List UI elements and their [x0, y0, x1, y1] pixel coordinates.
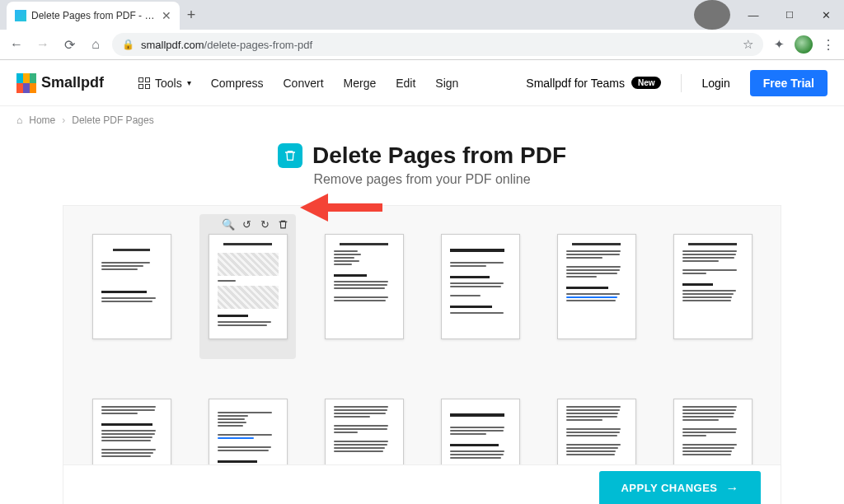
- brand-name: Smallpdf: [41, 74, 104, 91]
- page-thumb-6[interactable]: [664, 214, 761, 359]
- nav-tools-dropdown[interactable]: Tools ▾: [138, 77, 191, 90]
- lock-icon: 🔒: [122, 39, 134, 50]
- nav-teams-link[interactable]: Smallpdf for Teams New: [526, 77, 661, 90]
- page-subtitle: Remove pages from your PDF online: [0, 172, 844, 187]
- profile-avatar[interactable]: [795, 35, 813, 54]
- window-close-button[interactable]: [808, 0, 844, 30]
- brand-logo[interactable]: Smallpdf: [16, 73, 104, 93]
- divider: [681, 74, 682, 92]
- window-maximize-button[interactable]: ☐: [771, 0, 808, 30]
- window-minimize-button[interactable]: [735, 0, 771, 30]
- tab-close-icon[interactable]: ✕: [162, 9, 171, 22]
- breadcrumb-home[interactable]: Home: [29, 114, 55, 126]
- page-tools: 🔍 ↺ ↻: [222, 217, 289, 231]
- breadcrumb: ⌂ Home › Delete PDF Pages: [0, 106, 844, 134]
- breadcrumb-current: Delete PDF Pages: [72, 114, 153, 126]
- nav-merge[interactable]: Merge: [344, 77, 377, 90]
- free-trial-button[interactable]: Free Trial: [750, 70, 828, 96]
- url-path: /delete-pages-from-pdf: [204, 39, 313, 51]
- page-hero: Delete Pages from PDF Remove pages from …: [0, 134, 844, 197]
- page-thumb-5[interactable]: [548, 214, 645, 359]
- page-thumb-2[interactable]: 🔍 ↺ ↻: [199, 214, 296, 359]
- home-icon: ⌂: [16, 114, 22, 126]
- browser-forward-button[interactable]: →: [33, 35, 53, 54]
- browser-reload-button[interactable]: ⟳: [59, 35, 79, 54]
- apply-changes-button[interactable]: APPLY CHANGES →: [599, 471, 761, 505]
- apply-bar: APPLY CHANGES →: [63, 464, 781, 504]
- browser-back-button[interactable]: ←: [7, 35, 26, 54]
- workspace: 🔍 ↺ ↻: [63, 205, 781, 504]
- breadcrumb-separator: ›: [62, 114, 65, 126]
- zoom-in-icon[interactable]: 🔍: [222, 217, 235, 231]
- chrome-account-icon[interactable]: [694, 0, 730, 30]
- page-thumb-3[interactable]: [316, 214, 412, 359]
- trash-icon: [278, 143, 302, 168]
- nav-compress[interactable]: Compress: [211, 77, 264, 90]
- page-thumb-4[interactable]: [432, 214, 528, 359]
- browser-home-button[interactable]: ⌂: [86, 35, 106, 54]
- favicon-icon: [15, 10, 26, 21]
- logo-icon: [16, 73, 36, 93]
- browser-menu-icon[interactable]: ⋮: [819, 37, 837, 53]
- page-title: Delete Pages from PDF: [312, 142, 566, 169]
- app-header: Smallpdf Tools ▾ Compress Convert Merge …: [0, 60, 844, 106]
- rotate-right-icon[interactable]: ↻: [258, 217, 271, 231]
- nav-edit[interactable]: Edit: [396, 77, 415, 90]
- nav-sign[interactable]: Sign: [435, 77, 458, 90]
- new-tab-button[interactable]: +: [180, 3, 203, 26]
- nav-convert[interactable]: Convert: [284, 77, 324, 90]
- browser-tab[interactable]: Delete Pages from PDF - Remove ✕: [7, 2, 180, 30]
- grid-icon: [138, 77, 150, 89]
- extensions-icon[interactable]: ✦: [770, 35, 788, 54]
- address-bar[interactable]: 🔒 smallpdf.com/delete-pages-from-pdf ☆: [112, 33, 763, 56]
- bookmark-star-icon[interactable]: ☆: [743, 37, 753, 52]
- tab-title: Delete Pages from PDF - Remove: [31, 10, 157, 21]
- rotate-left-icon[interactable]: ↺: [240, 217, 253, 231]
- teams-label: Smallpdf for Teams: [526, 77, 625, 90]
- arrow-right-icon: →: [726, 481, 740, 496]
- delete-page-icon[interactable]: [276, 217, 289, 231]
- badge-new: New: [631, 77, 662, 89]
- nav-login[interactable]: Login: [701, 77, 729, 90]
- chevron-down-icon: ▾: [187, 78, 191, 87]
- page-thumb-1[interactable]: [83, 214, 180, 359]
- url-domain: smallpdf.com: [141, 39, 204, 51]
- apply-label: APPLY CHANGES: [621, 482, 717, 494]
- nav-tools-label: Tools: [155, 77, 182, 90]
